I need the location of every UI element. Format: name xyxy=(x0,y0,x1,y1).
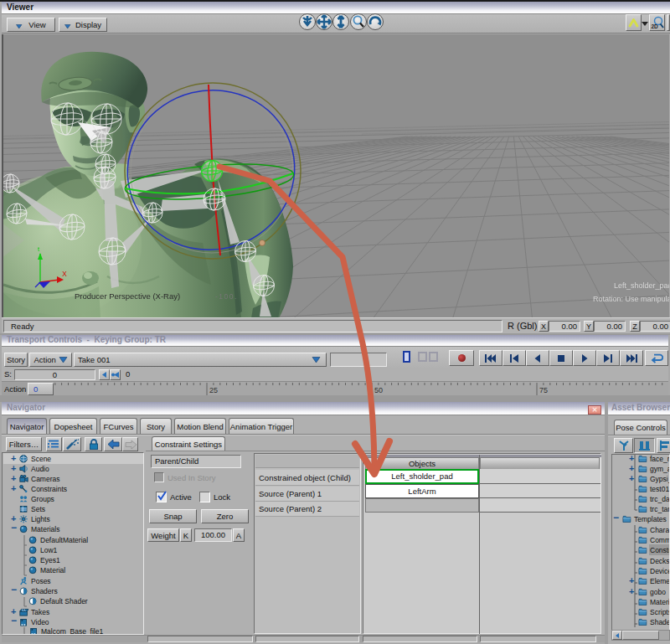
svg-text:25: 25 xyxy=(209,386,218,394)
svg-text:Producer Perspective (X-Ray): Producer Perspective (X-Ray) xyxy=(75,291,180,301)
svg-text:50: 50 xyxy=(374,386,383,394)
svg-text:Left_sholder_pad: Left_sholder_pad xyxy=(614,281,669,290)
svg-text:75: 75 xyxy=(539,386,548,394)
svg-text:-100.: -100. xyxy=(215,292,238,301)
svg-text:2D: 2D xyxy=(651,23,658,29)
svg-text:Rotation: Use manipulator: Rotation: Use manipulator xyxy=(593,295,669,303)
svg-text:X: X xyxy=(62,270,67,278)
